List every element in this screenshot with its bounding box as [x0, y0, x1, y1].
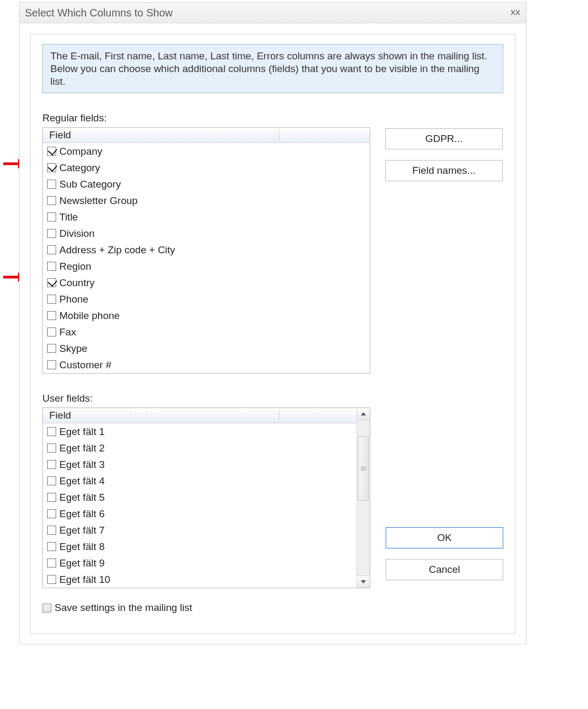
- field-checkbox[interactable]: [47, 509, 56, 518]
- list-item[interactable]: Eget fält 7: [43, 522, 357, 538]
- list-header[interactable]: Field: [43, 408, 357, 423]
- field-checkbox[interactable]: [47, 278, 56, 287]
- list-item[interactable]: Eget fält 4: [43, 473, 357, 489]
- scroll-up-button[interactable]: [357, 408, 370, 420]
- list-item[interactable]: Eget fält 8: [43, 538, 357, 555]
- field-label: Eget fält 3: [59, 459, 105, 471]
- gdpr-button[interactable]: GDPR...: [385, 128, 503, 149]
- scroll-thumb[interactable]: [358, 436, 369, 501]
- field-label: Eget fält 2: [59, 442, 105, 454]
- list-item[interactable]: Division: [43, 225, 370, 242]
- field-label: Country: [59, 277, 95, 289]
- list-item[interactable]: Eget fält 10: [43, 571, 357, 588]
- field-label: Sub Category: [59, 179, 121, 190]
- list-item[interactable]: Region: [43, 258, 370, 274]
- regular-fields-list[interactable]: Field CompanyCategorySub CategoryNewslet…: [42, 127, 370, 374]
- column-header-field: Field: [43, 129, 71, 141]
- list-item[interactable]: Country: [43, 274, 370, 291]
- list-item[interactable]: Company: [43, 143, 370, 159]
- field-checkbox[interactable]: [47, 575, 56, 584]
- field-label: Eget fält 4: [59, 475, 105, 487]
- field-label: Eget fält 9: [59, 557, 105, 569]
- cancel-button[interactable]: Cancel: [386, 559, 503, 580]
- field-label: Eget fält 10: [59, 574, 110, 586]
- field-label: Region: [59, 261, 91, 272]
- field-checkbox[interactable]: [47, 444, 56, 453]
- regular-fields-label: Regular fields:: [42, 112, 503, 124]
- field-checkbox[interactable]: [47, 311, 56, 320]
- column-header-field: Field: [43, 410, 71, 421]
- field-label: Fax: [59, 326, 76, 338]
- field-label: Company: [59, 146, 102, 157]
- svg-marker-5: [361, 580, 366, 583]
- scroll-track[interactable]: [357, 420, 370, 575]
- field-label: Mobile phone: [59, 310, 120, 322]
- field-label: Customer #: [59, 359, 111, 371]
- scroll-down-button[interactable]: [357, 575, 370, 588]
- field-checkbox[interactable]: [47, 229, 56, 238]
- list-item[interactable]: Category: [43, 159, 370, 176]
- list-header[interactable]: Field: [43, 128, 370, 143]
- field-checkbox[interactable]: [47, 493, 56, 502]
- column-divider[interactable]: [279, 409, 279, 422]
- info-banner: The E-mail, First name, Last name, Last …: [42, 44, 503, 93]
- user-fields-list[interactable]: Field Eget fält 1Eget fält 2Eget fält 3E…: [42, 407, 370, 588]
- field-label: Phone: [59, 294, 88, 305]
- dialog-window: Select Which Columns to Show The E-mail,…: [19, 2, 527, 644]
- ok-button[interactable]: OK: [386, 527, 503, 548]
- save-settings-label: Save settings in the mailing list: [55, 602, 192, 614]
- field-checkbox[interactable]: [47, 245, 56, 254]
- field-checkbox[interactable]: [47, 427, 56, 436]
- list-item[interactable]: Title: [43, 209, 370, 225]
- field-checkbox[interactable]: [47, 196, 56, 205]
- field-checkbox[interactable]: [47, 295, 56, 304]
- field-label: Eget fält 7: [59, 525, 105, 536]
- list-item[interactable]: Skype: [43, 340, 370, 357]
- field-checkbox[interactable]: [47, 344, 56, 353]
- field-checkbox[interactable]: [47, 147, 56, 156]
- field-checkbox[interactable]: [47, 180, 56, 189]
- field-checkbox[interactable]: [47, 476, 56, 485]
- list-item[interactable]: Eget fält 3: [43, 456, 357, 473]
- list-item[interactable]: Mobile phone: [43, 307, 370, 324]
- field-checkbox[interactable]: [47, 542, 56, 551]
- field-checkbox[interactable]: [47, 460, 56, 469]
- list-item[interactable]: Address + Zip code + City: [43, 242, 370, 258]
- field-label: Address + Zip code + City: [59, 244, 175, 256]
- field-label: Eget fält 8: [59, 541, 105, 553]
- list-item[interactable]: Eget fält 2: [43, 440, 357, 456]
- save-settings-checkbox[interactable]: [42, 604, 51, 613]
- svg-marker-4: [361, 412, 366, 415]
- field-label: Title: [59, 211, 78, 223]
- column-divider[interactable]: [279, 129, 279, 141]
- list-item[interactable]: Newsletter Group: [43, 192, 370, 209]
- close-icon[interactable]: [510, 9, 521, 16]
- field-checkbox[interactable]: [47, 559, 56, 568]
- field-checkbox[interactable]: [47, 327, 56, 336]
- field-checkbox[interactable]: [47, 360, 56, 369]
- field-label: Division: [59, 228, 95, 240]
- list-item[interactable]: Sub Category: [43, 176, 370, 192]
- list-item[interactable]: Fax: [43, 324, 370, 340]
- field-checkbox[interactable]: [47, 212, 56, 221]
- list-item[interactable]: Phone: [43, 291, 370, 307]
- window-title: Select Which Columns to Show: [25, 7, 173, 19]
- field-names-button[interactable]: Field names...: [385, 160, 503, 181]
- field-checkbox[interactable]: [47, 526, 56, 535]
- field-label: Eget fält 6: [59, 508, 105, 520]
- field-label: Category: [59, 162, 100, 174]
- field-label: Eget fält 5: [59, 492, 105, 503]
- field-checkbox[interactable]: [47, 163, 56, 172]
- field-checkbox[interactable]: [47, 262, 56, 271]
- field-label: Skype: [59, 343, 87, 354]
- field-label: Eget fält 1: [59, 426, 105, 438]
- title-bar: Select Which Columns to Show: [20, 3, 526, 23]
- user-fields-label: User fields:: [42, 393, 503, 404]
- list-item[interactable]: Customer #: [43, 357, 370, 373]
- field-label: Newsletter Group: [59, 195, 138, 207]
- list-item[interactable]: Eget fält 9: [43, 555, 357, 571]
- list-item[interactable]: Eget fält 1: [43, 423, 357, 440]
- list-item[interactable]: Eget fält 6: [43, 506, 357, 522]
- scrollbar[interactable]: [357, 408, 370, 588]
- list-item[interactable]: Eget fält 5: [43, 489, 357, 506]
